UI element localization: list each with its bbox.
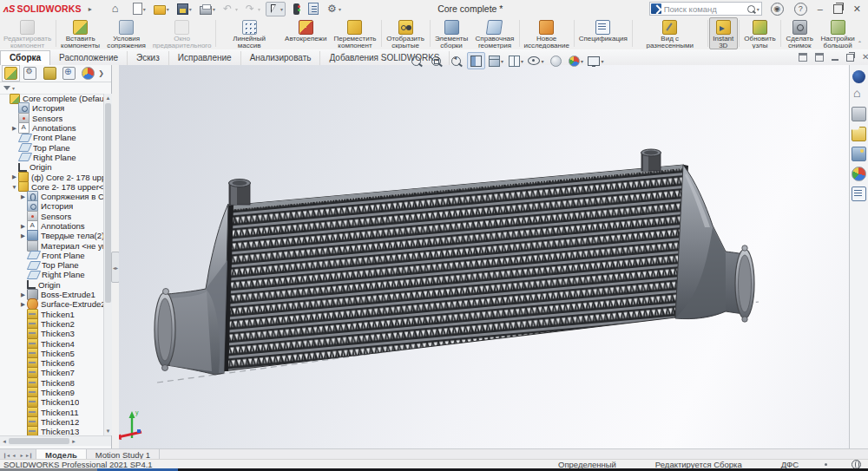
- tree-item[interactable]: Core complete (Default<Display State: [0, 94, 103, 103]
- tree-item[interactable]: ▶Annotations: [0, 123, 103, 133]
- panel-tab-displaymanager[interactable]: [79, 65, 97, 82]
- panel-tab-overflow-icon[interactable]: ❯: [98, 69, 104, 77]
- right-top-port[interactable]: [641, 149, 661, 171]
- model-canvas[interactable]: x y: [119, 65, 849, 448]
- study-nav-icon[interactable]: ▸❙: [26, 452, 33, 458]
- ribbon-button-move-component[interactable]: Переместить компонент▾: [330, 17, 379, 49]
- tree-item[interactable]: Sensors: [0, 114, 103, 123]
- close-button[interactable]: ✕: [853, 3, 861, 15]
- panel-tab-configurationmanager[interactable]: [41, 65, 59, 82]
- taskpane-appearances-icon[interactable]: [852, 167, 866, 181]
- print-button[interactable]: ▾: [197, 2, 218, 16]
- tree-item[interactable]: Thicken1: [0, 310, 103, 319]
- tree-item[interactable]: Thicken9: [0, 388, 103, 397]
- undo-button[interactable]: ▾: [220, 2, 240, 16]
- expand-arrow-icon[interactable]: ▶: [19, 232, 27, 239]
- panel-tab-propertymanager[interactable]: [21, 65, 39, 82]
- panel-tab-featuremanager[interactable]: [2, 65, 20, 82]
- tree-item[interactable]: Origin: [0, 162, 103, 172]
- tree-item[interactable]: ▶Твердые тела(2): [0, 231, 103, 240]
- tree-item[interactable]: Thicken3: [0, 329, 103, 338]
- taskpane-view-palette-icon[interactable]: [852, 147, 866, 161]
- tree-item[interactable]: Thicken2: [0, 319, 103, 329]
- taskpane-design-library-icon[interactable]: [852, 107, 866, 121]
- menu-expand-icon[interactable]: ▸: [89, 5, 92, 13]
- tree-item[interactable]: История: [0, 103, 103, 113]
- tree-item[interactable]: Front Plane: [0, 251, 103, 260]
- expand-arrow-icon[interactable]: ▶: [10, 125, 18, 132]
- tree-item[interactable]: Thicken11: [0, 408, 103, 417]
- dropdown-caret-icon[interactable]: ▾: [601, 58, 603, 64]
- expand-arrow-icon[interactable]: ▶: [10, 173, 18, 180]
- tree-item[interactable]: Thicken10: [0, 397, 103, 407]
- tree-item[interactable]: Thicken4: [0, 338, 103, 348]
- dropdown-caret-icon[interactable]: ▾: [581, 58, 583, 64]
- tab-эскиз[interactable]: Эскиз: [128, 51, 169, 65]
- ribbon-button-linear-pattern[interactable]: Линейный массив компонентов▾: [217, 17, 281, 49]
- ribbon-button-speedpak[interactable]: Обновить узлы сборки SpeedPak: [740, 17, 779, 49]
- search-icon[interactable]: [747, 5, 755, 13]
- scroll-left-icon[interactable]: ◂: [0, 438, 9, 445]
- tree-item[interactable]: Sensors: [0, 212, 103, 221]
- restore-button[interactable]: [833, 4, 843, 14]
- previous-view-button[interactable]: [447, 52, 465, 69]
- view-settings-button[interactable]: ▾: [587, 52, 605, 69]
- select-button[interactable]: ▾: [266, 2, 286, 16]
- expand-arrow-icon[interactable]: ▶: [19, 193, 27, 200]
- display-style-button[interactable]: ▾: [507, 52, 525, 69]
- tab-сборка[interactable]: Сборка: [0, 50, 50, 65]
- expand-arrow-icon[interactable]: ▶: [19, 223, 27, 230]
- ribbon-button-instant3d[interactable]: Instant 3D: [709, 17, 738, 49]
- tree-item[interactable]: ▶Сопряжения в Core complete: [0, 192, 103, 201]
- new-window-icon[interactable]: [799, 53, 807, 62]
- tree-item[interactable]: ▶(ф) Core 2- 178 upper<1> (Default: [0, 172, 103, 181]
- tree-item[interactable]: ▼Core 2- 178 upper<2> (Default<<: [0, 182, 103, 192]
- tab-исправление[interactable]: Исправление: [169, 51, 241, 65]
- help-icon[interactable]: ?: [794, 3, 807, 16]
- minimize-button[interactable]: –: [818, 3, 823, 14]
- tree-item[interactable]: Origin: [0, 280, 103, 290]
- dropdown-caret-icon[interactable]: ▾: [258, 6, 260, 12]
- tree-horizontal-scrollbar[interactable]: ◂ ▸: [0, 435, 111, 446]
- taskpane-home-icon[interactable]: [852, 88, 865, 101]
- ribbon-button-smart-fasteners[interactable]: Автокрепежи: [281, 17, 330, 49]
- tree-item[interactable]: Thicken6: [0, 358, 103, 368]
- tree-item[interactable]: Thicken13: [0, 427, 103, 435]
- taskpane-resources-icon[interactable]: [852, 70, 865, 83]
- tree-item[interactable]: Thicken8: [0, 378, 103, 388]
- tree-item[interactable]: Top Plane: [0, 142, 103, 152]
- zoom-area-button[interactable]: [427, 52, 445, 69]
- edit-appearance-button[interactable]: [547, 52, 565, 69]
- user-account-icon[interactable]: ◉: [771, 3, 784, 16]
- ribbon-button-bom[interactable]: Спецификация: [575, 17, 631, 49]
- tree-item[interactable]: Right Plane: [0, 270, 103, 279]
- study-nav-icon[interactable]: ◂: [10, 452, 17, 458]
- ribbon-button-snapshot[interactable]: Сделать снимок: [782, 17, 817, 49]
- doc-minimize-button[interactable]: [832, 59, 838, 61]
- dropdown-caret-icon[interactable]: ▾: [501, 58, 503, 64]
- tree-item[interactable]: История: [0, 201, 103, 211]
- view-orientation-button[interactable]: ▾: [487, 52, 505, 69]
- dropdown-caret-icon[interactable]: ▾: [521, 58, 523, 64]
- tree-item[interactable]: ▶Surface-Extrude2: [0, 299, 103, 309]
- tree-item[interactable]: Right Plane: [0, 153, 103, 162]
- home-button[interactable]: [109, 2, 126, 16]
- tree-item[interactable]: Thicken5: [0, 349, 103, 358]
- new-document-button[interactable]: ▾: [128, 1, 148, 16]
- scrollbar-thumb[interactable]: [9, 438, 69, 444]
- expand-arrow-icon[interactable]: ▶: [19, 291, 27, 298]
- tab-расположение[interactable]: Расположение: [50, 51, 128, 65]
- zoom-fit-button[interactable]: [407, 52, 425, 69]
- ribbon-button-insert-components[interactable]: Вставить компоненты▾: [57, 17, 103, 49]
- taskpane-custom-properties-icon[interactable]: [852, 186, 866, 201]
- redo-button[interactable]: ▾: [243, 2, 263, 16]
- dropdown-caret-icon[interactable]: ▾: [167, 6, 169, 12]
- filter-caret-icon[interactable]: ▾: [12, 85, 15, 91]
- save-button[interactable]: ▾: [174, 1, 194, 16]
- graphics-viewport[interactable]: x y: [119, 65, 849, 448]
- study-nav-icon[interactable]: ❙◂: [3, 452, 10, 458]
- dropdown-caret-icon[interactable]: ▾: [143, 6, 146, 12]
- tile-window-icon[interactable]: [815, 53, 824, 62]
- search-caret-icon[interactable]: ▾: [757, 6, 760, 12]
- tree-item[interactable]: Thicken12: [0, 417, 103, 427]
